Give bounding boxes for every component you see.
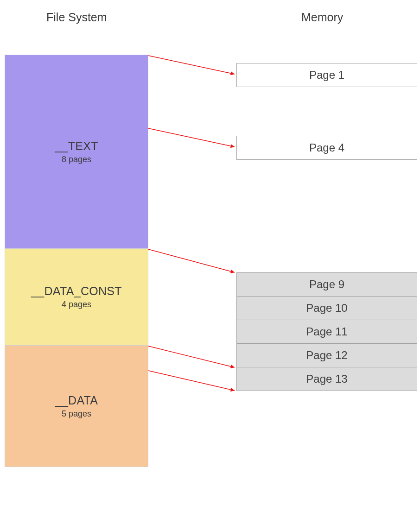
memory-page-9: Page 9 [236,272,417,297]
arrow-dataconst-to-page12 [148,346,235,367]
memory-page-12: Page 12 [236,343,417,367]
segment-memory-diagram: File System Memory __TEXT 8 pages __DATA… [0,0,420,505]
memory-page-4: Page 4 [236,136,417,160]
segment-text-pages: 8 pages [62,155,91,164]
segment-data-name: __DATA [55,394,98,407]
segment-data-const-pages: 4 pages [62,300,91,309]
arrow-data-to-page13 [148,371,235,391]
memory-page-13: Page 13 [236,367,417,391]
segment-text-name: __TEXT [55,139,98,153]
filesystem-column: __TEXT 8 pages __DATA_CONST 4 pages __DA… [5,55,148,467]
arrow-dataconst-to-page9 [148,249,235,272]
segment-data-const: __DATA_CONST 4 pages [5,249,148,346]
segment-data-pages: 5 pages [62,409,91,419]
arrow-text-to-page4 [148,128,235,147]
memory-page-11: Page 11 [236,320,417,344]
memory-page-10: Page 10 [236,296,417,320]
segment-text: __TEXT 8 pages [5,55,148,249]
filesystem-header: File System [46,11,107,24]
memory-header: Memory [301,11,343,24]
segment-data-const-name: __DATA_CONST [31,284,122,298]
arrow-text-to-page1 [148,56,235,74]
segment-data: __DATA 5 pages [5,346,148,467]
memory-page-1: Page 1 [236,63,417,87]
